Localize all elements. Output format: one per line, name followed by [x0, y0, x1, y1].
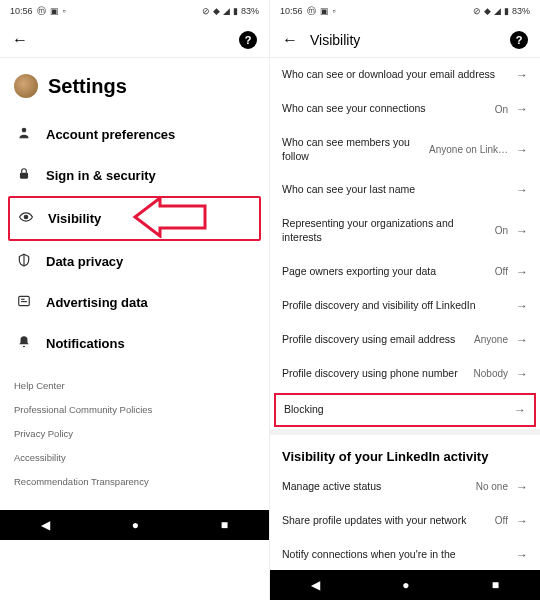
menu-label: Advertising data — [46, 295, 148, 310]
back-icon[interactable]: ← — [282, 31, 298, 49]
page-title: Settings — [48, 75, 127, 98]
android-navbar: ◀ ● ■ — [270, 570, 540, 600]
row-organizations[interactable]: Representing your organizations and inte… — [270, 207, 540, 254]
row-blocking[interactable]: Blocking → — [274, 393, 536, 427]
battery-percent: 83% — [241, 6, 259, 16]
app-icon: ⓜ — [307, 5, 316, 18]
chevron-right-icon: → — [516, 548, 528, 562]
row-value: Anyone on Link… — [429, 144, 508, 155]
row-value: Anyone — [474, 334, 508, 345]
row-members-follow[interactable]: Who can see members you follow Anyone on… — [270, 126, 540, 173]
topbar: ← Visibility ? — [270, 22, 540, 58]
row-page-owners[interactable]: Page owners exporting your data Off → — [270, 255, 540, 289]
app-icon: ▣ — [50, 6, 59, 16]
row-label: Who can see your last name — [282, 183, 500, 197]
footer-link[interactable]: Accessibility — [14, 452, 255, 463]
nav-back-icon[interactable]: ◀ — [41, 518, 50, 532]
row-label: Representing your organizations and inte… — [282, 217, 487, 244]
phone-left: 10:56 ⓜ ▣ ▫ ⊘ ◆ ◢ ▮ 83% ← ? Settings — [0, 0, 270, 600]
battery-percent: 83% — [512, 6, 530, 16]
help-icon[interactable]: ? — [239, 31, 257, 49]
row-value: Off — [495, 266, 508, 277]
app-icon: ▫ — [333, 6, 336, 16]
app-icon: ▫ — [63, 6, 66, 16]
help-icon[interactable]: ? — [510, 31, 528, 49]
row-value: On — [495, 225, 508, 236]
row-value: On — [495, 104, 508, 115]
row-discovery-email[interactable]: Profile discovery using email address An… — [270, 323, 540, 357]
row-label: Blocking — [284, 403, 498, 417]
footer-link[interactable]: Professional Community Policies — [14, 404, 255, 415]
menu-label: Visibility — [48, 211, 101, 226]
signal-icon: ◢ — [223, 6, 230, 16]
row-label: Who can see members you follow — [282, 136, 421, 163]
statusbar: 10:56 ⓜ ▣ ▫ ⊘ ◆ ◢ ▮ 83% — [270, 0, 540, 22]
row-notify-connections[interactable]: Notify connections when you're in the → — [270, 538, 540, 570]
row-discovery-off-linkedin[interactable]: Profile discovery and visibility off Lin… — [270, 289, 540, 323]
android-navbar: ◀ ● ■ — [0, 510, 269, 540]
menu-notifications[interactable]: Notifications — [8, 323, 261, 364]
footer-links: Help Center Professional Community Polic… — [0, 364, 269, 510]
chevron-right-icon: → — [516, 333, 528, 347]
chevron-right-icon: → — [514, 403, 526, 417]
row-email-address[interactable]: Who can see or download your email addre… — [270, 58, 540, 92]
chevron-right-icon: → — [516, 367, 528, 381]
menu-label: Notifications — [46, 336, 125, 351]
phone-right: 10:56 ⓜ ▣ ▫ ⊘ ◆ ◢ ▮ 83% ← Visibility ? W… — [270, 0, 540, 600]
settings-menu: Account preferences Sign in & security V… — [0, 114, 269, 364]
chevron-right-icon: → — [516, 143, 528, 157]
person-icon — [16, 126, 32, 143]
chevron-right-icon: → — [516, 224, 528, 238]
row-share-updates[interactable]: Share profile updates with your network … — [270, 504, 540, 538]
svg-point-0 — [22, 128, 27, 133]
menu-advertising-data[interactable]: Advertising data — [8, 282, 261, 323]
statusbar: 10:56 ⓜ ▣ ▫ ⊘ ◆ ◢ ▮ 83% — [0, 0, 269, 22]
signal-icon: ◢ — [494, 6, 501, 16]
wifi-icon: ◆ — [213, 6, 220, 16]
row-connections[interactable]: Who can see your connections On → — [270, 92, 540, 126]
menu-data-privacy[interactable]: Data privacy — [8, 241, 261, 282]
alarm-icon: ⊘ — [473, 6, 481, 16]
shield-icon — [16, 253, 32, 270]
footer-link[interactable]: Help Center — [14, 380, 255, 391]
chevron-right-icon: → — [516, 299, 528, 313]
row-label: Profile discovery and visibility off Lin… — [282, 299, 500, 313]
nav-home-icon[interactable]: ● — [402, 578, 409, 592]
nav-home-icon[interactable]: ● — [132, 518, 139, 532]
battery-icon: ▮ — [233, 6, 238, 16]
menu-sign-in-security[interactable]: Sign in & security — [8, 155, 261, 196]
footer-link[interactable]: Recommendation Transparency — [14, 476, 255, 487]
section-title: Visibility of your LinkedIn activity — [270, 435, 540, 470]
visibility-list: Who can see or download your email addre… — [270, 58, 540, 570]
settings-header: Settings — [0, 58, 269, 114]
lock-icon — [16, 167, 32, 184]
row-last-name[interactable]: Who can see your last name → — [270, 173, 540, 207]
row-label: Notify connections when you're in the — [282, 548, 500, 562]
menu-label: Account preferences — [46, 127, 175, 142]
nav-recent-icon[interactable]: ■ — [492, 578, 499, 592]
status-time: 10:56 — [10, 6, 33, 16]
row-label: Profile discovery using email address — [282, 333, 466, 347]
avatar[interactable] — [14, 74, 38, 98]
row-active-status[interactable]: Manage active status No one → — [270, 470, 540, 504]
menu-account-preferences[interactable]: Account preferences — [8, 114, 261, 155]
back-icon[interactable]: ← — [12, 31, 28, 49]
nav-recent-icon[interactable]: ■ — [221, 518, 228, 532]
row-value: Nobody — [474, 368, 508, 379]
row-value: Off — [495, 515, 508, 526]
topbar: ← ? — [0, 22, 269, 58]
battery-icon: ▮ — [504, 6, 509, 16]
alarm-icon: ⊘ — [202, 6, 210, 16]
row-discovery-phone[interactable]: Profile discovery using phone number Nob… — [270, 357, 540, 391]
svg-point-2 — [24, 215, 28, 219]
wifi-icon: ◆ — [484, 6, 491, 16]
menu-visibility[interactable]: Visibility — [8, 196, 261, 241]
chevron-right-icon: → — [516, 102, 528, 116]
chevron-right-icon: → — [516, 183, 528, 197]
nav-back-icon[interactable]: ◀ — [311, 578, 320, 592]
chevron-right-icon: → — [516, 514, 528, 528]
row-label: Who can see your connections — [282, 102, 487, 116]
topbar-title: Visibility — [310, 32, 498, 48]
row-label: Profile discovery using phone number — [282, 367, 466, 381]
footer-link[interactable]: Privacy Policy — [14, 428, 255, 439]
